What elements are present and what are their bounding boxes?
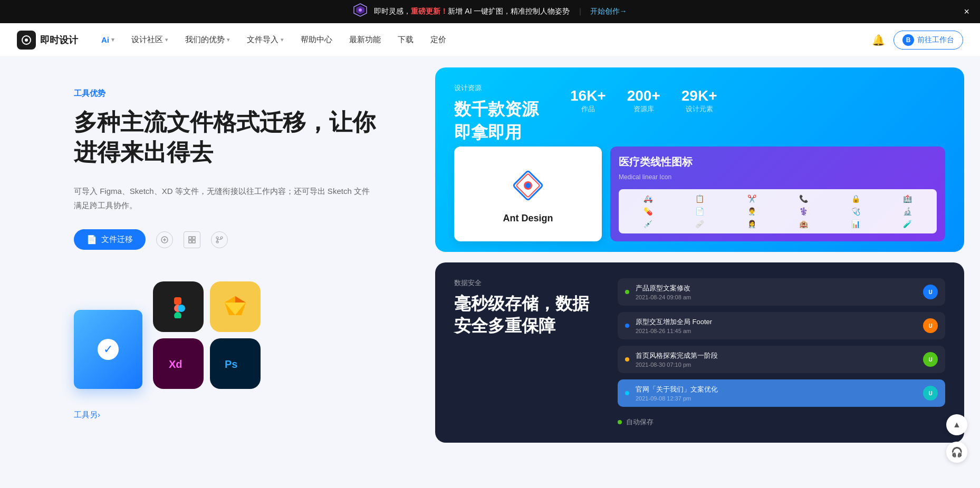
right-panel: 设计资源 数千款资源 即拿即用 16K+ 作品 200+ 资源库	[419, 57, 980, 488]
task-dot-1	[625, 290, 629, 294]
med-icon-6: 🏥	[884, 194, 932, 203]
tool-badge: 工具优势	[74, 89, 377, 99]
banner-icon	[353, 3, 368, 21]
more-link[interactable]: 工具另›	[74, 410, 377, 420]
svg-rect-9	[193, 240, 195, 243]
med-icon-16: 🏨	[780, 220, 828, 228]
notification-icon[interactable]: 🔔	[872, 34, 885, 46]
xd-icon: Xd	[153, 338, 204, 389]
svg-point-11	[220, 237, 223, 239]
nav-item-help[interactable]: 帮助中心	[294, 23, 339, 57]
branch-icon-btn[interactable]	[211, 231, 228, 248]
med-icon-7: 💊	[624, 207, 672, 216]
med-icon-9: 👨‍⚕️	[728, 207, 776, 216]
chevron-down-icon: ▾	[227, 36, 230, 43]
main-file-icon: ✓	[74, 310, 142, 389]
svg-text:Ps: Ps	[225, 358, 237, 370]
nav-item-advantages[interactable]: 我们的优势 ▾	[179, 23, 236, 57]
resources-preview: Ant Design 医疗类线性图标 Medical linear Icon 🚑…	[454, 147, 945, 241]
svg-point-10	[216, 237, 218, 239]
ps-icon: Ps	[210, 338, 261, 389]
main-title: 多种主流文件格式迁移，让你进得来出得去	[74, 107, 377, 167]
logo-icon	[17, 31, 36, 50]
workspace-button[interactable]: B 前往工作台	[893, 31, 963, 50]
svg-point-16	[178, 305, 185, 312]
med-icon-2: 📋	[676, 194, 724, 203]
task-content-3: 首页风格探索完成第一阶段 2021-08-30 07:10 pm	[636, 351, 917, 368]
svg-rect-7	[193, 237, 195, 239]
sketch-icon	[210, 281, 261, 332]
nav-item-features[interactable]: 最新功能	[343, 23, 387, 57]
task-dot-2	[625, 324, 629, 328]
svg-rect-15	[174, 312, 181, 318]
task-content-4: 官网「关于我们」文案优化 2021-09-08 12:37 pm	[636, 385, 917, 402]
scroll-up-button[interactable]: ▲	[946, 414, 967, 435]
nav-item-download[interactable]: 下载	[391, 23, 420, 57]
med-icon-10: ⚕️	[780, 207, 828, 216]
security-right: 产品原型文案修改 2021-08-24 09:08 am U 原型交互增加全局 …	[618, 278, 945, 427]
migrate-button[interactable]: 📄 文件迁移	[74, 229, 146, 250]
task-avatar-1: U	[923, 285, 938, 299]
med-icon-5: 🔒	[832, 194, 880, 203]
banner-text: 即时灵感，重磅更新！新增 AI 一键扩图，精准控制人物姿势	[374, 7, 570, 16]
med-icon-14: 🩹	[676, 220, 724, 228]
task-avatar-4: U	[923, 386, 938, 401]
left-panel: 工具优势 多种主流文件格式迁移，让你进得来出得去 可导入 Figma、Sketc…	[0, 57, 419, 488]
task-item-1[interactable]: 产品原型文案修改 2021-08-24 09:08 am U	[618, 278, 945, 306]
med-icon-1: 🚑	[624, 194, 672, 203]
nav-item-import[interactable]: 文件导入 ▾	[241, 23, 290, 57]
action-row: 📄 文件迁移	[74, 229, 377, 250]
design-resources-card: 设计资源 数千款资源 即拿即用 16K+ 作品 200+ 资源库	[435, 67, 964, 252]
auto-save-dot	[618, 420, 622, 424]
design-resources-tag: 设计资源	[454, 83, 539, 93]
nav-item-community[interactable]: 设计社区 ▾	[125, 23, 175, 57]
headphone-button[interactable]: 🎧	[946, 442, 967, 463]
file-check-icon: ✓	[98, 339, 119, 360]
security-left: 数据安全 毫秒级存储，数据安全多重保障	[454, 278, 602, 337]
medical-icons-card[interactable]: 医疗类线性图标 Medical linear Icon 🚑 📋 ✂️ 📞 🔒 🏥	[610, 147, 945, 241]
svg-rect-8	[189, 240, 191, 243]
svg-point-2	[359, 8, 362, 12]
stats-row: 16K+ 作品 200+ 资源库 29K+ 设计元素	[570, 87, 717, 114]
med-icon-18: 🧪	[884, 220, 932, 228]
medical-card-title: 医疗类线性图标	[619, 155, 937, 169]
med-icon-12: 🔬	[884, 207, 932, 216]
top-banner: 即时灵感，重磅更新！新增 AI 一键扩图，精准控制人物姿势 ｜ 开始创作→ ×	[0, 0, 980, 23]
task-content-1: 产品原型文案修改 2021-08-24 09:08 am	[636, 284, 917, 300]
figma-icon	[153, 281, 204, 332]
med-icon-4: 📞	[780, 194, 828, 203]
task-item-2[interactable]: 原型交互增加全局 Footer 2021-08-26 11:45 am U	[618, 312, 945, 339]
medical-card-subtitle: Medical linear Icon	[619, 173, 937, 181]
svg-rect-6	[189, 237, 191, 239]
auto-save-text: 自动保存	[626, 417, 654, 427]
stat-libraries: 200+ 资源库	[627, 87, 660, 114]
task-item-3[interactable]: 首页风格探索完成第一阶段 2021-08-30 07:10 pm U	[618, 346, 945, 373]
nav-item-pricing[interactable]: 定价	[424, 23, 453, 57]
main-content: 工具优势 多种主流文件格式迁移，让你进得来出得去 可导入 Figma、Sketc…	[0, 57, 980, 488]
auto-save-row: 自动保存	[618, 413, 945, 427]
banner-separator: ｜	[577, 7, 584, 16]
nav-right: 🔔 B 前往工作台	[872, 31, 963, 50]
logo[interactable]: 即时设计	[17, 31, 78, 50]
circle-icon-btn[interactable]	[156, 231, 173, 248]
nav-item-ai[interactable]: Ai ▾	[95, 23, 121, 57]
ant-design-card[interactable]: Ant Design	[454, 147, 602, 241]
med-icon-11: 🩺	[832, 207, 880, 216]
chevron-down-icon: ▾	[111, 36, 114, 43]
app-icons-grid: Xd Ps	[153, 281, 261, 389]
task-item-4[interactable]: 官网「关于我们」文案优化 2021-09-08 12:37 pm U	[618, 379, 945, 407]
main-description: 可导入 Figma、Sketch、XD 等文件，无缝衔接以往工作内容；还可导出 …	[74, 184, 377, 212]
med-icon-13: 💉	[624, 220, 672, 228]
grid-icon-btn[interactable]	[184, 231, 200, 248]
svg-text:Xd: Xd	[169, 358, 182, 370]
file-icon: 📄	[87, 235, 97, 245]
design-resources-title: 数千款资源 即拿即用	[454, 98, 539, 144]
close-icon[interactable]: ×	[964, 6, 969, 17]
svg-point-4	[25, 38, 28, 42]
task-avatar-2: U	[923, 318, 938, 333]
med-icon-15: 👩‍⚕️	[728, 220, 776, 228]
svg-rect-17	[174, 297, 181, 305]
task-content-2: 原型交互增加全局 Footer 2021-08-26 11:45 am	[636, 317, 917, 334]
banner-cta[interactable]: 开始创作→	[590, 7, 627, 16]
ant-design-label: Ant Design	[503, 213, 553, 224]
